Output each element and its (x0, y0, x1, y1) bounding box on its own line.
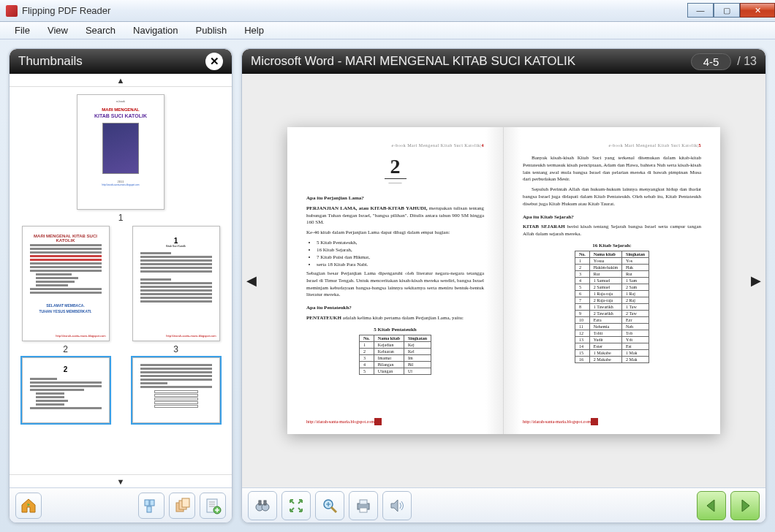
app-icon (6, 5, 18, 17)
pentateuch-list: 5 Kitab Pentateukh, 16 Kitab Sejarah, 7 … (317, 240, 484, 267)
nav-prev-button[interactable] (697, 491, 726, 520)
book-area: ◀ ▶ e-book Mari Mengenal Kitab Suci Kato… (242, 74, 765, 487)
svg-rect-13 (259, 501, 261, 505)
speaker-icon (388, 497, 406, 514)
print-button[interactable] (349, 491, 378, 520)
printer-icon (355, 497, 372, 514)
minimize-button[interactable]: — (687, 3, 714, 18)
page-add-icon (204, 497, 222, 514)
home-icon (20, 497, 37, 514)
fullscreen-button[interactable] (281, 491, 311, 520)
thumbnails-header: Thumbnails ✕ (10, 49, 232, 74)
svg-line-16 (331, 507, 336, 512)
arrow-right-icon (736, 497, 754, 514)
title-bar: Flipping PDF Reader — ▢ ✕ (0, 0, 775, 22)
svg-rect-1 (150, 500, 154, 506)
page-next-arrow[interactable]: ▶ (749, 270, 763, 292)
thumb-label-1: 1 (118, 213, 124, 223)
svg-rect-14 (264, 501, 266, 505)
arrow-left-icon (703, 497, 720, 514)
binoculars-icon (254, 497, 271, 514)
svg-rect-18 (360, 500, 367, 504)
menu-bar: File View Search Navigation Publish Help (0, 22, 775, 39)
app-title: Flipping PDF Reader (22, 5, 110, 16)
viewer-panel: Microsoft Word - MARI MENGENAL KITAB SUC… (241, 48, 766, 523)
chevron-up-icon: ▲ (117, 76, 125, 85)
add-page-button[interactable] (200, 493, 226, 519)
document-title: Microsoft Word - MARI MENGENAL KITAB SUC… (251, 54, 575, 69)
thumb-label-3: 3 (124, 344, 227, 354)
menu-navigation[interactable]: Navigation (126, 23, 185, 37)
home-button[interactable] (15, 493, 42, 519)
thumbnails-title: Thumbnails (18, 54, 83, 69)
thumbnail-page-5[interactable] (124, 357, 227, 426)
menu-search[interactable]: Search (78, 23, 123, 37)
thumbnail-page-3[interactable]: 1 Kitab Suci Katolik http://ziarah-santa… (124, 226, 227, 354)
zoom-button[interactable] (315, 491, 344, 520)
thumbnails-grid: e-book MARI MENGENAL KITAB SUCI KATOLIK … (10, 87, 232, 474)
page-prev-arrow[interactable]: ◀ (245, 270, 258, 292)
thumbnails-toolbar (10, 487, 232, 522)
book-spread: e-book Mari Mengenal Kitab Suci Katolik|… (287, 127, 720, 434)
view-mode-button[interactable] (138, 493, 165, 519)
thumb-label-2: 2 (14, 344, 117, 354)
history-table: No.Nama kitabSingkatan 1YosuaYos 2Hakim-… (575, 251, 649, 363)
thumbnails-close-button[interactable]: ✕ (205, 53, 223, 70)
fullscreen-icon (287, 497, 305, 514)
thumbnail-page-4[interactable]: 2 (14, 357, 117, 426)
page-indicator[interactable]: 4-5 (691, 53, 732, 70)
pages-icon (143, 497, 160, 514)
maximize-button[interactable]: ▢ (714, 3, 740, 18)
svg-rect-2 (147, 506, 151, 512)
close-button[interactable]: ✕ (740, 3, 775, 18)
page-total: / 13 (737, 55, 757, 68)
menu-file[interactable]: File (7, 23, 37, 37)
magnifier-icon (321, 497, 339, 514)
pentateuch-table: No.Nama kitabSingkatan 1KejadianKej 2Kel… (359, 335, 431, 375)
search-tool-button[interactable] (248, 491, 277, 520)
copy-pages-button[interactable] (169, 493, 195, 519)
footer-link-left: http://ziarah-santa-maria.blogspot.com (306, 418, 484, 425)
sound-button[interactable] (382, 491, 412, 520)
thumbs-scroll-down[interactable]: ▼ (10, 474, 232, 487)
window-controls: — ▢ ✕ (687, 4, 775, 18)
stack-icon (173, 497, 191, 514)
viewer-toolbar (242, 487, 765, 522)
menu-help[interactable]: Help (237, 23, 271, 37)
page-left: e-book Mari Mengenal Kitab Suci Katolik|… (287, 127, 504, 434)
menu-view[interactable]: View (40, 23, 75, 37)
thumbnail-page-2[interactable]: MARI MENGENAL KITAB SUCI KATOLIK SELAMAT… (14, 226, 117, 354)
thumbnail-page-1[interactable]: e-book MARI MENGENAL KITAB SUCI KATOLIK … (14, 94, 227, 223)
workspace: Thumbnails ✕ ▲ e-book MARI MENGENAL KITA… (0, 39, 775, 532)
svg-rect-19 (360, 508, 367, 512)
chevron-down-icon: ▼ (117, 477, 125, 486)
footer-link-right: http://ziarah-santa-maria.blogspot.com (523, 418, 701, 425)
thumbnails-panel: Thumbnails ✕ ▲ e-book MARI MENGENAL KITA… (9, 48, 232, 523)
thumbs-scroll-up[interactable]: ▲ (10, 74, 232, 87)
page-right: e-book Mari Mengenal Kitab Suci Katolik|… (504, 127, 720, 434)
viewer-header: Microsoft Word - MARI MENGENAL KITAB SUC… (242, 49, 765, 74)
menu-publish[interactable]: Publish (189, 23, 235, 37)
svg-rect-0 (145, 500, 149, 506)
nav-next-button[interactable] (730, 491, 760, 520)
svg-rect-5 (182, 498, 189, 507)
